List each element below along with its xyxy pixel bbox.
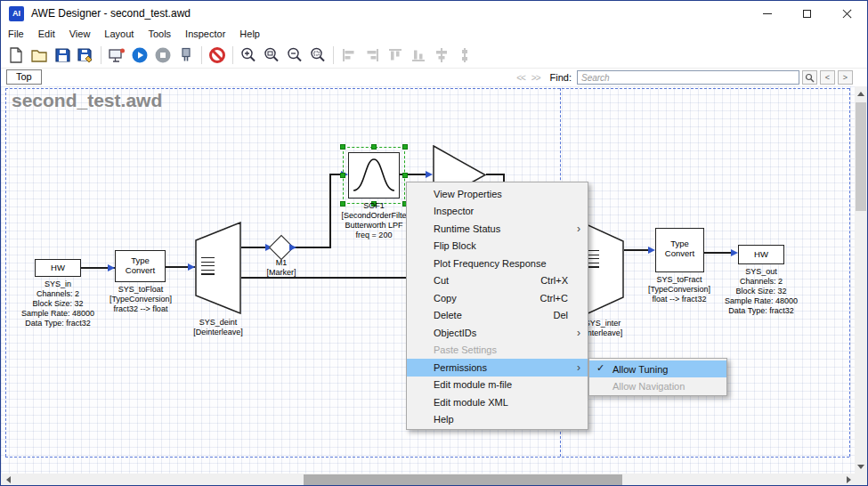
- vertical-scroll-thumb[interactable]: [856, 102, 866, 211]
- menu-item-paste-settings: Paste Settings: [407, 342, 588, 360]
- wire-arrow-icon: [108, 264, 115, 271]
- search-button[interactable]: [802, 70, 817, 85]
- zoom-in-icon: [239, 45, 258, 65]
- wire[interactable]: [486, 174, 505, 175]
- vertical-scrollbar[interactable]: [855, 86, 867, 474]
- scroll-left-button[interactable]: [1, 474, 15, 486]
- design-canvas[interactable]: second_test.awd HW SYS_in: [1, 86, 856, 474]
- save-button[interactable]: [51, 45, 74, 66]
- app-logo-icon: AI: [9, 6, 24, 21]
- menu-item-plot-frequency-response[interactable]: Plot Frequency Response: [407, 255, 588, 272]
- block-sys-tofloat-labels: SYS_toFloat [TypeConversion] fract32 -->…: [83, 285, 199, 314]
- find-next-button[interactable]: >: [838, 70, 853, 85]
- scroll-right-button[interactable]: [841, 474, 856, 486]
- selection-handle[interactable]: [371, 144, 377, 150]
- disable-live-updates-button[interactable]: [206, 45, 229, 66]
- menu-item-objectids[interactable]: ObjectIDs ›: [407, 324, 588, 342]
- new-design-button[interactable]: [4, 45, 28, 66]
- app-window: AI AWE Designer - second_test.awd File E…: [0, 0, 868, 486]
- shortcut-delete: Del: [553, 310, 580, 320]
- menu-item-permissions[interactable]: Permissions ›: [407, 359, 588, 377]
- toolbar-separator: [232, 46, 233, 64]
- wire[interactable]: [704, 252, 732, 254]
- selection-handle[interactable]: [340, 173, 345, 178]
- align-left-button[interactable]: [337, 45, 361, 66]
- find-previous-button[interactable]: <: [820, 70, 835, 85]
- align-center-button[interactable]: [430, 45, 453, 66]
- align-right-button[interactable]: [361, 45, 384, 66]
- scrollbar-corner: [855, 474, 867, 486]
- block-sys-tofract[interactable]: Type Convert: [655, 228, 704, 272]
- search-input[interactable]: [577, 70, 799, 85]
- connect-target-button[interactable]: [105, 45, 128, 66]
- window-title: AWE Designer - second_test.awd: [31, 7, 191, 20]
- zoom-selection-button[interactable]: [306, 45, 329, 66]
- block-sys-tofloat[interactable]: Type Convert: [115, 250, 166, 282]
- block-m1-labels: M1 [Marker]: [223, 258, 339, 278]
- menu-help[interactable]: Help: [232, 28, 267, 39]
- align-right-icon: [362, 45, 382, 65]
- menu-item-view-properties[interactable]: View Properties: [407, 185, 588, 203]
- horizontal-scrollbar[interactable]: [1, 474, 856, 486]
- wire-arrow-icon: [426, 171, 433, 178]
- build-run-button[interactable]: [128, 45, 151, 66]
- distribute-button[interactable]: [453, 45, 476, 66]
- horizontal-scroll-thumb[interactable]: [304, 474, 622, 485]
- align-top-icon: [385, 45, 405, 65]
- menu-item-edit-module-xml[interactable]: Edit module XML: [407, 393, 588, 411]
- title-bar: AI AWE Designer - second_test.awd: [1, 1, 867, 26]
- align-left-icon: [339, 45, 359, 65]
- menu-item-delete[interactable]: Delete Del: [407, 307, 588, 325]
- save-icon: [53, 45, 72, 65]
- scroll-down-button[interactable]: [855, 459, 867, 474]
- up-arrow-icon: [857, 92, 864, 96]
- menu-view[interactable]: View: [62, 28, 98, 39]
- block-sys-out[interactable]: HW: [738, 245, 784, 264]
- block-sys-deint-labels: SYS_deint [Deinterleave]: [160, 318, 276, 337]
- zoom-page-icon: [262, 45, 281, 65]
- selection-handle[interactable]: [340, 144, 345, 150]
- tab-top[interactable]: Top: [6, 69, 42, 85]
- scroll-up-button[interactable]: [855, 86, 867, 101]
- menu-item-help[interactable]: Help: [407, 411, 588, 429]
- toolbar: [1, 42, 867, 69]
- menu-item-flip-block[interactable]: Flip Block: [407, 238, 588, 255]
- menu-tools[interactable]: Tools: [141, 28, 178, 39]
- stop-button[interactable]: [151, 45, 174, 66]
- tuning-interface-button[interactable]: [174, 45, 198, 66]
- menu-item-copy[interactable]: Copy Ctrl+C: [407, 289, 588, 307]
- menu-item-cut[interactable]: Cut Ctrl+X: [407, 272, 588, 290]
- page-guide-right: [849, 88, 850, 457]
- wire-arrow-icon: [188, 263, 195, 271]
- menu-layout[interactable]: Layout: [97, 28, 141, 39]
- menu-inspector[interactable]: Inspector: [178, 28, 232, 39]
- menu-item-runtime-status[interactable]: Runtime Status ›: [407, 220, 588, 238]
- save-as-button[interactable]: [74, 45, 97, 66]
- menu-item-edit-module-m-file[interactable]: Edit module m-file: [407, 377, 588, 394]
- submenu-item-allow-navigation: Allow Navigation: [589, 377, 726, 394]
- selection-handle[interactable]: [402, 173, 408, 178]
- minimize-button[interactable]: [747, 1, 787, 26]
- submenu-arrow-icon: ›: [577, 361, 580, 374]
- zoom-in-button[interactable]: [237, 45, 260, 66]
- align-top-button[interactable]: [384, 45, 407, 66]
- submenu-arrow-icon: ›: [577, 327, 580, 339]
- selection-handle[interactable]: [402, 144, 408, 150]
- menu-file[interactable]: File: [1, 28, 31, 39]
- maximize-button[interactable]: [787, 1, 827, 26]
- open-button[interactable]: [28, 45, 51, 66]
- block-sof1[interactable]: [348, 152, 400, 198]
- close-button[interactable]: [827, 1, 867, 26]
- close-icon: [842, 9, 852, 19]
- history-forward-button[interactable]: >>: [530, 73, 542, 83]
- history-back-button[interactable]: <<: [515, 73, 527, 83]
- wire[interactable]: [624, 249, 649, 251]
- block-sys-in[interactable]: HW: [35, 259, 81, 277]
- align-bottom-button[interactable]: [407, 45, 430, 66]
- menu-item-inspector[interactable]: Inspector: [407, 203, 588, 221]
- left-arrow-icon: [6, 476, 11, 483]
- menu-edit[interactable]: Edit: [31, 28, 62, 39]
- zoom-out-button[interactable]: [283, 45, 306, 66]
- zoom-actual-button[interactable]: [260, 45, 283, 66]
- submenu-item-allow-tuning[interactable]: ✓ Allow Tuning: [589, 360, 726, 377]
